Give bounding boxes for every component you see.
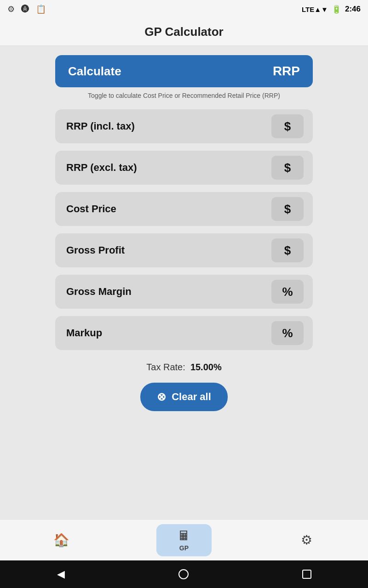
back-button[interactable]: ◀ (57, 568, 65, 580)
signal-icon: LTE▲▼ (302, 6, 328, 13)
gross-profit-label: Gross Profit (66, 244, 125, 256)
home-icon: 🏠 (53, 532, 69, 548)
gross-profit-symbol: $ (284, 243, 291, 258)
rrp-incl-tax-symbol: $ (284, 119, 291, 134)
rrp-incl-tax-row[interactable]: RRP (incl. tax) $ (55, 109, 313, 143)
toggle-hint: Toggle to calculate Cost Price or Recomm… (88, 92, 280, 99)
gross-margin-row[interactable]: Gross Margin % (55, 275, 313, 309)
mode-label: RRP (273, 64, 300, 79)
gross-margin-symbol-box: % (271, 280, 304, 304)
markup-symbol: % (282, 326, 293, 340)
battery-icon: 🔋 (332, 5, 341, 14)
cost-price-row[interactable]: Cost Price $ (55, 192, 313, 226)
clear-icon: ⊗ (157, 390, 166, 403)
rrp-incl-tax-label: RRP (incl. tax) (66, 120, 135, 132)
rrp-excl-tax-row[interactable]: RRP (excl. tax) $ (55, 151, 313, 185)
status-bar: ⚙ 🅐 📋 LTE▲▼ 🔋 2:46 (0, 0, 368, 18)
calculator-icon: 🖩 (178, 528, 190, 543)
tax-rate-value: 15.00% (190, 362, 222, 372)
gear-icon: ⚙ (301, 532, 312, 548)
rrp-excl-tax-symbol-box: $ (271, 156, 304, 180)
rrp-excl-tax-label: RRP (excl. tax) (66, 162, 137, 174)
bottom-nav: 🏠 🖩 GP ⚙ (0, 519, 368, 560)
recents-button[interactable] (302, 570, 311, 579)
home-button[interactable] (178, 569, 189, 579)
title-bar: GP Calculator (0, 18, 368, 46)
cost-price-symbol: $ (284, 202, 291, 216)
markup-symbol-box: % (271, 321, 304, 345)
tax-rate-label: Tax Rate: (146, 362, 185, 372)
cost-price-label: Cost Price (66, 203, 116, 215)
page-title: GP Calculator (144, 25, 223, 39)
gp-nav-label: GP (179, 544, 189, 552)
nav-item-settings[interactable]: ⚙ (279, 524, 334, 556)
markup-label: Markup (66, 327, 102, 339)
clipboard-icon: 📋 (36, 4, 46, 14)
gross-margin-label: Gross Margin (66, 286, 132, 298)
rrp-excl-tax-symbol: $ (284, 161, 291, 175)
status-info-right: LTE▲▼ 🔋 2:46 (302, 5, 361, 14)
gross-margin-symbol: % (282, 285, 293, 299)
nav-item-gp[interactable]: 🖩 GP (156, 524, 212, 556)
tax-rate-display: Tax Rate: 15.00% (146, 362, 221, 373)
status-icons-left: ⚙ 🅐 📋 (7, 4, 46, 14)
cost-price-symbol-box: $ (271, 197, 304, 221)
main-content: Calculate RRP Toggle to calculate Cost P… (0, 46, 368, 519)
calculate-toggle-button[interactable]: Calculate RRP (55, 55, 313, 87)
calculate-label: Calculate (68, 64, 121, 79)
gross-profit-symbol-box: $ (271, 238, 304, 262)
account-icon: 🅐 (21, 5, 29, 14)
rrp-incl-tax-symbol-box: $ (271, 114, 304, 138)
clear-all-label: Clear all (172, 391, 211, 403)
time-display: 2:46 (345, 5, 361, 14)
android-nav-bar: ◀ (0, 560, 368, 588)
nav-item-home[interactable]: 🏠 (34, 524, 89, 556)
settings-icon: ⚙ (7, 4, 15, 14)
clear-all-button[interactable]: ⊗ Clear all (140, 383, 228, 411)
gross-profit-row[interactable]: Gross Profit $ (55, 233, 313, 267)
markup-row[interactable]: Markup % (55, 316, 313, 350)
